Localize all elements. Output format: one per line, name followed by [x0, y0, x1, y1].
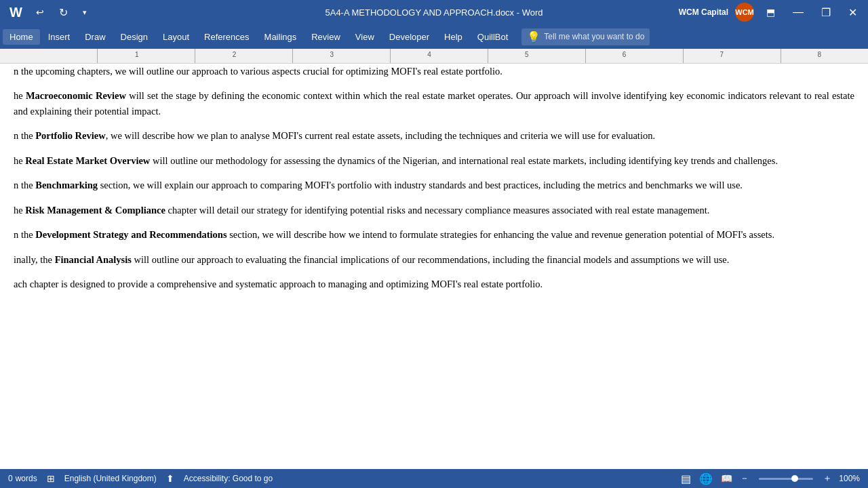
paragraph-8: inally, the Financial Analysis will outl…: [14, 252, 854, 267]
tab-review[interactable]: Review: [304, 29, 347, 45]
paragraph-1: n the upcoming chapters, we will outline…: [14, 64, 854, 79]
web-layout-view[interactable]: 🌐: [699, 472, 713, 485]
p4-after: will outline our methodology for assessi…: [150, 155, 778, 166]
p4-before: he: [14, 155, 25, 166]
paragraph-4: he Real Estate Market Overview will outl…: [14, 153, 854, 168]
ruler-mark-7: 7: [673, 51, 770, 58]
p6-before: he: [14, 205, 25, 216]
p5-after: section, we will explain our approach to…: [98, 180, 743, 190]
ruler-mark-8: 8: [770, 51, 868, 58]
ruler-mark-3: 3: [283, 51, 380, 58]
accessibility-status[interactable]: Accessibility: Good to go: [184, 474, 273, 483]
p3-after: , we will describe how we plan to analys…: [106, 130, 655, 141]
document-title: 5A4-A METHODOLOGY AND APPROACH.docx - Wo…: [325, 7, 542, 18]
zoom-in-button[interactable]: ＋: [823, 472, 832, 485]
title-bar: W ↩ ↻ ▾ 5A4-A METHODOLOGY AND APPROACH.d…: [0, 0, 868, 24]
ruler-mark-1: 1: [88, 51, 186, 58]
ruler-mark-6: 6: [576, 51, 673, 58]
status-right: ▤ 🌐 📖 － ＋ 100%: [679, 472, 860, 485]
word-count-value: 0: [8, 474, 13, 483]
tell-me-text: Tell me what you want to do: [544, 32, 644, 41]
paragraph-7: n the Development Strategy and Recommend…: [14, 227, 854, 242]
zoom-out-button[interactable]: －: [740, 472, 749, 485]
restore-button[interactable]: ❐: [816, 5, 836, 20]
p5-before: n the: [14, 180, 35, 190]
track-changes-icon: ⊞: [47, 473, 55, 484]
p2-bold: Macroeconomic Review: [26, 90, 126, 101]
ruler-mark: [0, 51, 88, 58]
paragraph-9: ach chapter is designed to provide a com…: [14, 277, 854, 291]
ribbon-tabs: Home Insert Draw Design Layout Reference…: [0, 24, 868, 49]
p2-after: will set the stage by defining the econo…: [14, 90, 854, 116]
customize-qat-button[interactable]: ▾: [77, 7, 92, 18]
paragraph-6: he Risk Management & Compliance chapter …: [14, 203, 854, 218]
language-indicator[interactable]: English (United Kingdom): [64, 474, 157, 483]
tab-layout[interactable]: Layout: [156, 29, 196, 45]
p8-bold: Financial Analysis: [55, 254, 132, 265]
p7-before: n the: [14, 229, 35, 240]
p6-bold: Risk Management & Compliance: [25, 205, 165, 216]
print-layout-view[interactable]: ▤: [679, 472, 692, 485]
ribbon-display-button[interactable]: ⬒: [761, 5, 781, 19]
ruler-mark-5: 5: [478, 51, 576, 58]
p7-after: section, we will describe how we intend …: [227, 229, 775, 240]
user-avatar[interactable]: WCM: [735, 3, 754, 22]
p7-bold: Development Strategy and Recommendations: [35, 229, 226, 240]
document-area[interactable]: n the upcoming chapters, we will outline…: [0, 64, 868, 469]
wcm-label: WCM Capital: [679, 7, 728, 17]
zoom-thumb[interactable]: [791, 475, 798, 482]
lightbulb-icon: 💡: [527, 30, 540, 43]
minimize-button[interactable]: —: [787, 5, 809, 20]
p9-text: ach chapter is designed to provide a com…: [14, 279, 542, 289]
tell-me-box[interactable]: 💡 Tell me what you want to do: [521, 28, 650, 45]
tab-references[interactable]: References: [197, 29, 256, 45]
ruler-mark-2: 2: [186, 51, 283, 58]
p2-before: he: [14, 90, 26, 101]
close-button[interactable]: ✕: [843, 5, 863, 20]
status-bar: 0 words ⊞ English (United Kingdom) ⬆ Acc…: [0, 469, 868, 488]
tab-view[interactable]: View: [349, 29, 381, 45]
document-page[interactable]: n the upcoming chapters, we will outline…: [0, 64, 868, 469]
zoom-percentage[interactable]: 100%: [839, 474, 860, 483]
upload-icon: ⬆: [166, 473, 174, 484]
word-count-label: words: [16, 474, 37, 483]
ruler-mark-4: 4: [380, 51, 478, 58]
tab-mailings[interactable]: Mailings: [258, 29, 304, 45]
p8-before: inally, the: [14, 254, 55, 265]
p6-after: chapter will detail our strategy for ide…: [165, 205, 709, 216]
tab-help[interactable]: Help: [437, 29, 469, 45]
tab-quillbot[interactable]: QuillBot: [471, 29, 515, 45]
zoom-slider[interactable]: [759, 478, 813, 480]
p5-bold: Benchmarking: [35, 180, 98, 190]
p3-bold: Portfolio Review: [35, 130, 105, 141]
tab-design[interactable]: Design: [114, 29, 155, 45]
tab-draw[interactable]: Draw: [78, 29, 112, 45]
undo-button[interactable]: ↩: [31, 5, 50, 19]
ruler: 1 2 3 4 5 6 7 8: [0, 49, 868, 64]
paragraph-2: he Macroeconomic Review will set the sta…: [14, 88, 854, 119]
p8-after: will outline our approach to evaluating …: [132, 254, 729, 265]
tab-insert[interactable]: Insert: [41, 29, 77, 45]
word-count: 0 words: [8, 474, 37, 483]
tab-developer[interactable]: Developer: [382, 29, 436, 45]
p1-text: n the upcoming chapters, we will outline…: [14, 66, 502, 77]
word-icon: W: [5, 3, 26, 22]
p4-bold: Real Estate Market Overview: [25, 155, 150, 166]
tab-home[interactable]: Home: [3, 29, 40, 45]
p3-before: n the: [14, 130, 35, 141]
title-bar-left: W ↩ ↻ ▾: [5, 3, 92, 22]
read-mode-view[interactable]: 📖: [719, 472, 733, 485]
paragraph-5: n the Benchmarking section, we will expl…: [14, 178, 854, 192]
redo-button[interactable]: ↻: [54, 5, 73, 20]
paragraph-3: n the Portfolio Review, we will describe…: [14, 128, 854, 143]
title-bar-right: WCM Capital WCM ⬒ — ❐ ✕: [679, 3, 863, 22]
